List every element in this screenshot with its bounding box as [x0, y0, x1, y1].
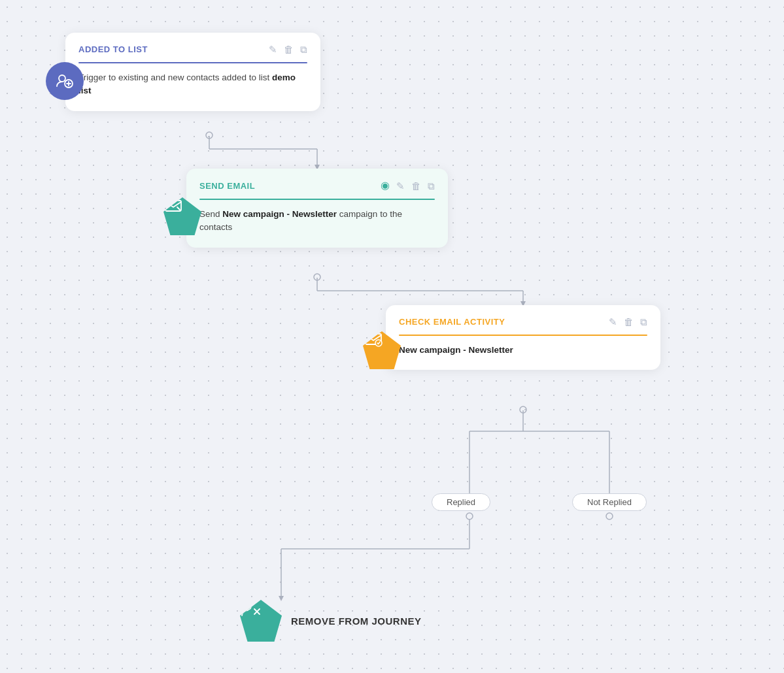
svg-point-21: [59, 75, 65, 82]
send-icon-pentagon: [163, 197, 201, 235]
title-underline: [199, 199, 435, 200]
card-title: SEND EMAIL: [199, 181, 255, 191]
replied-label: Replied: [447, 497, 475, 507]
added-to-list-icon: [46, 62, 84, 100]
card-title: ADDED TO LIST: [78, 44, 148, 54]
svg-point-12: [466, 513, 473, 519]
added-to-list-card: ADDED TO LIST ✎ 🗑 ⧉ Trigger to existing …: [65, 33, 320, 111]
svg-point-13: [606, 513, 613, 519]
edit-icon[interactable]: ✎: [609, 317, 617, 327]
workflow-canvas: ADDED TO LIST ✎ 🗑 ⧉ Trigger to existing …: [0, 0, 784, 673]
card-title: CHECK EMAIL ACTIVITY: [399, 317, 505, 327]
replied-branch[interactable]: Replied: [432, 493, 490, 511]
svg-point-19: [314, 274, 320, 280]
svg-point-18: [206, 132, 213, 139]
card-actions: ◉ ✎ 🗑 ⧉: [381, 180, 435, 191]
trash-icon[interactable]: 🗑: [624, 317, 634, 327]
journey-end-label: REMOVE FROM JOURNEY: [291, 616, 422, 627]
copy-icon[interactable]: ⧉: [428, 181, 435, 191]
card-content: CHECK EMAIL ACTIVITY ✎ 🗑 ⧉ New campaign …: [399, 317, 647, 357]
send-email-icon: [163, 197, 201, 235]
trash-icon[interactable]: 🗑: [411, 181, 421, 191]
title-underline: [399, 335, 647, 336]
card-actions: ✎ 🗑 ⧉: [269, 44, 307, 54]
body-bold: New campaign - Newsletter: [399, 345, 513, 355]
copy-icon[interactable]: ⧉: [300, 44, 307, 54]
journey-icon-pentagon: [240, 600, 282, 642]
check-icon-pentagon: [363, 331, 401, 369]
body-bold: New campaign - Newsletter: [222, 209, 337, 219]
remove-journey-node: REMOVE FROM JOURNEY: [240, 600, 422, 642]
edit-icon[interactable]: ✎: [396, 181, 405, 191]
body-text: Trigger to existing and new contacts add…: [78, 73, 272, 82]
added-icon-circle: [46, 62, 84, 100]
title-underline: [78, 62, 307, 63]
check-email-card: CHECK EMAIL ACTIVITY ✎ 🗑 ⧉ New campaign …: [386, 305, 660, 370]
card-body: Trigger to existing and new contacts add…: [78, 71, 307, 98]
not-replied-label: Not Replied: [587, 497, 632, 507]
svg-point-20: [520, 406, 526, 413]
eye-icon[interactable]: ◉: [381, 180, 390, 191]
copy-icon[interactable]: ⧉: [640, 317, 647, 327]
card-content: SEND EMAIL ◉ ✎ 🗑 ⧉ Send New campaign - N…: [199, 180, 435, 235]
card-header: SEND EMAIL ◉ ✎ 🗑 ⧉: [199, 180, 435, 191]
card-actions: ✎ 🗑 ⧉: [609, 317, 647, 327]
card-body: New campaign - Newsletter: [399, 344, 647, 357]
trash-icon[interactable]: 🗑: [284, 44, 294, 54]
edit-icon[interactable]: ✎: [269, 44, 277, 54]
svg-point-28: [245, 603, 251, 610]
card-content: ADDED TO LIST ✎ 🗑 ⧉ Trigger to existing …: [78, 44, 307, 98]
card-header: ADDED TO LIST ✎ 🗑 ⧉: [78, 44, 307, 54]
check-email-icon: [363, 331, 401, 369]
card-header: CHECK EMAIL ACTIVITY ✎ 🗑 ⧉: [399, 317, 647, 327]
body-text: Send: [199, 209, 222, 219]
send-email-card: SEND EMAIL ◉ ✎ 🗑 ⧉ Send New campaign - N…: [186, 169, 448, 248]
not-replied-branch[interactable]: Not Replied: [572, 493, 647, 511]
card-body: Send New campaign - Newsletter campaign …: [199, 208, 435, 235]
